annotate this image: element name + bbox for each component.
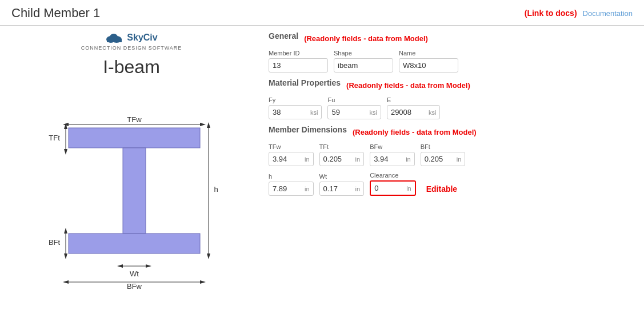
material-header-row: Material Properties (Readonly fields - d…	[269, 78, 633, 92]
svg-marker-10	[64, 149, 67, 155]
fy-group: Fy ksi	[269, 96, 322, 119]
dimensions-row2: h in Wt in Clearance in Ed	[269, 172, 633, 196]
fy-label: Fy	[269, 96, 322, 103]
diagram-panel: SkyCiv CONNECTION DESIGN SOFTWARE I-beam…	[11, 31, 251, 291]
svg-text:h: h	[214, 185, 218, 194]
name-field	[399, 58, 458, 73]
general-fields-row: Member ID Shape Name	[269, 50, 633, 73]
tfw-input[interactable]	[273, 155, 301, 163]
ibeam-diagram: TFw TFt h BFt W	[11, 83, 229, 289]
main-content: SkyCiv CONNECTION DESIGN SOFTWARE I-beam…	[0, 26, 644, 296]
skyciv-logo-text: SkyCiv	[127, 33, 157, 43]
shape-field	[334, 58, 393, 73]
e-unit: ksi	[429, 109, 436, 116]
e-input[interactable]	[391, 108, 425, 116]
fu-unit: ksi	[369, 109, 377, 116]
tft-group: TFt in	[319, 143, 365, 166]
bft-label: BFt	[421, 143, 466, 150]
material-fields-row: Fy ksi Fu ksi E ksi	[269, 96, 633, 119]
svg-text:TFt: TFt	[49, 134, 60, 142]
fy-input[interactable]	[273, 108, 307, 116]
documentation-link[interactable]: Documentation	[583, 9, 633, 18]
h-group: h in	[269, 173, 314, 196]
member-id-label: Member ID	[269, 50, 328, 57]
wt-input[interactable]	[323, 184, 352, 193]
member-id-field	[269, 58, 328, 73]
fy-field: ksi	[269, 105, 322, 119]
general-readonly-note: (Readonly fields - data from Model)	[304, 34, 428, 43]
properties-panel: General (Readonly fields - data from Mod…	[263, 31, 633, 291]
wt-unit: in	[355, 186, 361, 192]
svg-text:BFt: BFt	[49, 238, 61, 247]
tfw-field: in	[269, 152, 314, 166]
shape-input[interactable]	[338, 61, 389, 70]
skyciv-cloud-icon	[105, 31, 123, 44]
dimensions-section-label: Member Dimensions	[269, 125, 347, 134]
svg-text:BFw: BFw	[127, 282, 142, 289]
tfw-label: TFw	[269, 143, 314, 150]
page-title: Child Member 1	[11, 6, 100, 21]
name-group: Name	[399, 50, 458, 73]
material-readonly-note: (Readonly fields - data from Model)	[346, 81, 470, 90]
e-group: E ksi	[387, 96, 440, 119]
h-unit: in	[305, 186, 310, 192]
wt-field: in	[319, 182, 365, 196]
tft-field: in	[319, 152, 365, 166]
dimensions-readonly-note: (Readonly fields - data from Model)	[353, 128, 477, 136]
svg-marker-29	[200, 280, 206, 284]
link-to-docs-label: (Link to docs)	[525, 9, 577, 18]
e-field: ksi	[387, 105, 440, 119]
clearance-field[interactable]: in	[370, 180, 416, 196]
e-label: E	[387, 96, 440, 103]
tft-unit: in	[355, 156, 361, 163]
svg-marker-21	[64, 253, 67, 259]
svg-marker-6	[200, 123, 206, 126]
fu-input[interactable]	[331, 108, 366, 116]
svg-marker-20	[64, 228, 67, 234]
svg-marker-25	[146, 264, 151, 268]
svg-marker-28	[63, 280, 69, 284]
general-header-row: General (Readonly fields - data from Mod…	[269, 31, 633, 45]
bft-input[interactable]	[425, 155, 453, 163]
bft-unit: in	[457, 156, 462, 163]
svg-text:Wt: Wt	[130, 269, 139, 278]
member-id-group: Member ID	[269, 50, 328, 73]
bfw-group: BFw in	[370, 143, 415, 166]
shape-label: Shape	[334, 50, 393, 57]
member-id-input[interactable]	[273, 61, 324, 70]
bfw-field: in	[370, 152, 415, 166]
bfw-input[interactable]	[374, 155, 402, 163]
dimensions-header-row: Member Dimensions (Readonly fields - dat…	[269, 125, 633, 139]
svg-rect-3	[107, 39, 122, 42]
tft-input[interactable]	[323, 155, 352, 163]
svg-marker-16	[207, 122, 210, 128]
name-input[interactable]	[403, 61, 454, 70]
svg-text:TFw: TFw	[127, 115, 142, 124]
wt-group: Wt in	[319, 173, 365, 196]
material-section-label: Material Properties	[269, 78, 341, 87]
h-input[interactable]	[273, 184, 301, 193]
fu-group: Fu ksi	[327, 96, 381, 119]
name-label: Name	[399, 50, 458, 57]
shape-group: Shape	[334, 50, 393, 73]
header-right: (Link to docs) Documentation	[525, 9, 633, 18]
shape-title: I-beam	[11, 57, 251, 78]
skyciv-logo: SkyCiv	[105, 31, 157, 44]
bfw-label: BFw	[370, 143, 415, 150]
svg-rect-12	[69, 128, 200, 148]
svg-rect-13	[123, 148, 146, 234]
clearance-input[interactable]	[374, 184, 403, 192]
bft-group: BFt in	[421, 143, 466, 166]
svg-rect-14	[69, 234, 200, 253]
bft-field: in	[421, 152, 466, 166]
clearance-label: Clearance	[370, 172, 416, 179]
fu-field: ksi	[327, 105, 381, 119]
tft-label: TFt	[319, 143, 365, 150]
skyciv-header: SkyCiv CONNECTION DESIGN SOFTWARE	[11, 31, 251, 51]
h-label: h	[269, 173, 314, 180]
bfw-unit: in	[406, 156, 411, 163]
tfw-unit: in	[305, 156, 310, 163]
page-header: Child Member 1 (Link to docs) Documentat…	[0, 0, 644, 26]
tfw-group: TFw in	[269, 143, 314, 166]
skyciv-subtitle: CONNECTION DESIGN SOFTWARE	[81, 45, 182, 51]
